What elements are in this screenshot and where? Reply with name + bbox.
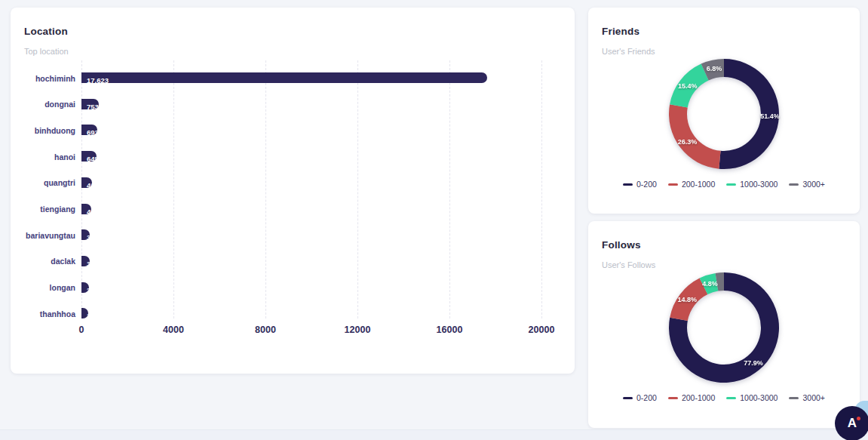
donut-slice-label: 6.8% [707,65,722,72]
x-axis-tick-label: 0 [55,325,108,335]
follows-legend: 0-200200-10001000-30003000+ [618,393,830,402]
legend-marker-icon [623,183,633,186]
x-axis-tick-label: 8000 [239,325,292,335]
bar-category-label: longan [15,283,75,292]
legend-item-1000-3000[interactable]: 1000-3000 [726,393,778,402]
donut-slice-label: 14.8% [678,296,698,303]
legend-marker-icon [726,183,736,186]
bar-binhduong[interactable]: 693 [81,125,97,135]
legend-item-200-1000[interactable]: 200-1000 [668,393,715,402]
legend-label: 1000-3000 [740,180,778,189]
legend-item-0-200[interactable]: 0-200 [623,180,657,189]
bar-category-label: binhduong [15,126,75,135]
bar-value-label: 753 [81,102,99,109]
bar-category-label: dongnai [15,100,75,109]
bar-category-label: daclak [15,257,75,266]
bar-quangtri[interactable]: 460 [81,177,92,188]
x-gridline [449,60,450,318]
x-gridline [357,60,358,318]
donut-slice-label: 26.3% [678,138,698,146]
legend-marker-icon [668,183,678,186]
donut-slice-label: 77.9% [744,359,763,367]
legend-marker-icon [789,183,799,186]
bar-hochiminh[interactable]: 17,623 [81,72,487,83]
location-bar-chart: 040008000120001600020000hochiminh17,623d… [11,8,575,374]
bar-value-label: 370 [81,232,90,240]
bar-value-label: 460 [81,180,92,188]
legend-item-1000-3000[interactable]: 1000-3000 [726,180,778,189]
legend-marker-icon [668,397,678,399]
legend-label: 200-1000 [682,180,715,189]
x-axis-tick-label: 20000 [515,325,568,335]
legend-label: 200-1000 [682,393,715,402]
bar-category-label: hanoi [15,152,75,162]
legend-label: 3000+ [802,393,825,402]
donut-slice-label: 15.4% [678,82,698,90]
bar-value-label: 645 [81,154,97,162]
bar-hanoi[interactable]: 645 [81,151,97,162]
bar-bariavungtau[interactable]: 370 [81,229,90,240]
analytics-dashboard: Location Top location 040008000120001600… [0,0,868,440]
bar-dongnai[interactable]: 753 [81,99,99,109]
bar-value-label: 430 [81,207,91,214]
follows-panel-title: Follows [602,239,641,251]
legend-marker-icon [623,397,633,399]
bar-thanhhoa[interactable]: 310 [81,308,88,318]
x-gridline [173,60,174,318]
legend-item-3000+[interactable]: 3000+ [789,180,825,189]
bar-value-label: 310 [81,311,88,318]
location-panel: Location Top location 040008000120001600… [11,8,575,374]
legend-label: 1000-3000 [740,393,778,402]
x-gridline [541,60,542,318]
legend-item-3000+[interactable]: 3000+ [789,393,825,402]
bar-category-label: quangtri [15,178,75,187]
friends-panel-title: Friends [602,26,639,37]
bar-value-label: 335 [81,285,89,293]
friends-panel: Friends User's Friends 51.4%26.3%15.4%6.… [588,8,860,214]
bar-longan[interactable]: 335 [81,282,89,293]
x-axis-tick-label: 16000 [423,325,476,335]
bar-category-label: thanhhoa [15,309,75,318]
bar-category-label: hochiminh [15,74,75,83]
bottom-strip [0,429,868,440]
x-gridline [265,60,266,318]
legend-marker-icon [789,397,799,399]
donut-slice-label: 4.8% [702,280,718,288]
friends-donut-chart: 51.4%26.3%15.4%6.8% [588,55,860,176]
legend-label: 3000+ [802,180,825,189]
bar-value-label: 17,623 [81,75,109,83]
legend-item-200-1000[interactable]: 200-1000 [668,180,715,189]
assistant-fab-button[interactable]: A [835,406,868,440]
legend-item-0-200[interactable]: 0-200 [623,393,657,402]
legend-marker-icon [726,397,736,399]
legend-label: 0-200 [636,180,657,189]
bar-daclak[interactable]: 345 [81,256,90,266]
notification-dot-icon [857,417,860,420]
donut-slice-label: 51.4% [760,112,780,120]
bar-value-label: 345 [81,259,90,266]
legend-label: 0-200 [636,393,657,402]
bar-category-label: bariavungtau [15,231,75,240]
donut-slice-200-1000[interactable] [669,104,721,168]
bar-value-label: 693 [81,128,97,135]
friends-legend: 0-200200-10001000-30003000+ [618,180,830,189]
follows-panel: Follows User's Follows 77.9%14.8%4.8% 0-… [588,221,860,428]
bar-category-label: tiengiang [15,205,75,214]
x-axis-tick-label: 12000 [331,325,384,335]
fab-letter: A [848,416,857,430]
follows-donut-chart: 77.9%14.8%4.8% [588,269,860,389]
x-axis-tick-label: 4000 [147,325,200,335]
bar-tiengiang[interactable]: 430 [81,204,91,214]
